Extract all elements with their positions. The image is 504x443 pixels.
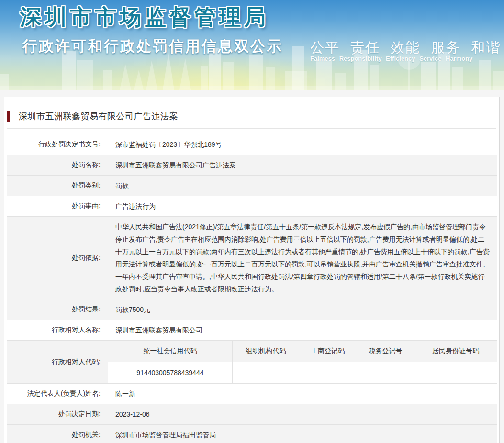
- case-title-block: 深圳市五洲联鑫贸易有限公司广告违法案: [7, 111, 496, 122]
- penalty-info-table: 行政处罚决定书文号: 深市监福处罚〔2023〕华强北189号 处罚名称: 深圳市…: [7, 134, 497, 443]
- row-value: 2023-12-06: [108, 404, 497, 424]
- row-label: 行政相对人名称:: [7, 320, 108, 340]
- codes-value-business-reg: [299, 362, 357, 383]
- codes-header-business-reg: 工商登记码: [299, 341, 357, 362]
- table-row-party-codes: 行政相对人代码: 统一社会信用代码 组织机构代码 工商登记码 税务登记号 居民身…: [7, 341, 497, 384]
- codes-header-tax-reg: 税务登记号: [357, 341, 414, 362]
- table-row-party-name: 行政相对人名称: 深圳市五洲联鑫贸易有限公司: [7, 320, 497, 341]
- codes-value-org-code: [233, 362, 300, 383]
- row-label: 处罚决定日期:: [7, 404, 108, 424]
- row-value: 深市监福处罚〔2023〕华强北189号: [108, 134, 497, 155]
- row-value: 罚款: [108, 176, 497, 196]
- codes-value-tax-reg: [357, 362, 414, 383]
- codes-subtable: 统一社会信用代码 组织机构代码 工商登记码 税务登记号 居民身份证号码 9144…: [108, 341, 497, 383]
- row-value: 陈一新: [108, 384, 497, 404]
- table-row-legal-representative: 法定代表人(负责人)姓名: 陈一新: [7, 384, 497, 404]
- slogan-chinese: 公平 责任 效能 服务 和谐: [310, 38, 501, 57]
- row-value: 深圳市五洲联鑫贸易有限公司: [108, 320, 497, 340]
- table-row-penalty-category: 处罚类别: 罚款: [7, 176, 497, 196]
- codes-value-uscc: 914403005788439444: [108, 362, 233, 383]
- codes-header-id-number: 居民身份证号码: [414, 341, 497, 362]
- row-label: 行政相对人代码:: [7, 341, 108, 383]
- slogan-english: Faimess Responsibility Efficiency Servic…: [310, 55, 472, 62]
- row-label: 行政处罚决定书文号:: [7, 134, 108, 155]
- row-value: 广告违法行为: [108, 196, 497, 216]
- row-label: 法定代表人(负责人)姓名:: [7, 384, 108, 404]
- table-row-penalty-name: 处罚名称: 深圳市五洲联鑫贸易有限公司广告违法案: [7, 155, 497, 176]
- title-divider: [7, 128, 496, 129]
- row-label: 处罚事由:: [7, 196, 108, 216]
- banner-subtitle: 行政许可和行政处罚信用信息双公示: [22, 36, 283, 56]
- codes-header-row: 统一社会信用代码 组织机构代码 工商登记码 税务登记号 居民身份证号码: [108, 341, 497, 362]
- table-row-penalty-reason: 处罚事由: 广告违法行为: [7, 196, 497, 217]
- title-accent-bar: [7, 111, 10, 122]
- row-value: 中华人民共和国广告法(2021修正)/第五章法律责任/第五十五条/第一款违反本法…: [108, 217, 497, 299]
- row-label: 处罚依据:: [7, 217, 108, 299]
- org-name-title: 深圳市市场监督管理局: [20, 3, 269, 32]
- table-row-decision-date: 处罚决定日期: 2023-12-06: [7, 404, 497, 425]
- case-title: 深圳市五洲联鑫贸易有限公司广告违法案: [19, 111, 178, 122]
- codes-value-id-number: [414, 362, 497, 383]
- codes-header-org-code: 组织机构代码: [233, 341, 300, 362]
- table-row-penalty-result: 处罚结果: 罚款7500元: [7, 299, 497, 320]
- codes-header-uscc: 统一社会信用代码: [108, 341, 233, 362]
- row-value: 深圳市市场监督管理局福田监管局: [108, 425, 497, 443]
- content-panel: 深圳市五洲联鑫贸易有限公司广告违法案 行政处罚决定书文号: 深市监福处罚〔202…: [4, 97, 500, 443]
- row-label: 处罚类别:: [7, 176, 108, 196]
- page: 深圳市市场监督管理局 行政许可和行政处罚信用信息双公示 公平 责任 效能 服务 …: [0, 0, 504, 443]
- row-value: 深圳市五洲联鑫贸易有限公司广告违法案: [108, 155, 497, 175]
- row-label: 处罚结果:: [7, 299, 108, 320]
- table-row-penalty-basis: 处罚依据: 中华人民共和国广告法(2021修正)/第五章法律责任/第五十五条/第…: [7, 217, 497, 299]
- row-label: 处罚名称:: [7, 155, 108, 175]
- site-banner: 深圳市市场监督管理局 行政许可和行政处罚信用信息双公示 公平 责任 效能 服务 …: [0, 0, 504, 90]
- table-row-penalty-authority: 处罚机关: 深圳市市场监督管理局福田监管局: [7, 425, 497, 443]
- row-value: 罚款7500元: [108, 299, 497, 320]
- row-label: 处罚机关:: [7, 425, 108, 443]
- table-row-decision-number: 行政处罚决定书文号: 深市监福处罚〔2023〕华强北189号: [7, 134, 497, 155]
- codes-value-row: 914403005788439444: [108, 362, 497, 383]
